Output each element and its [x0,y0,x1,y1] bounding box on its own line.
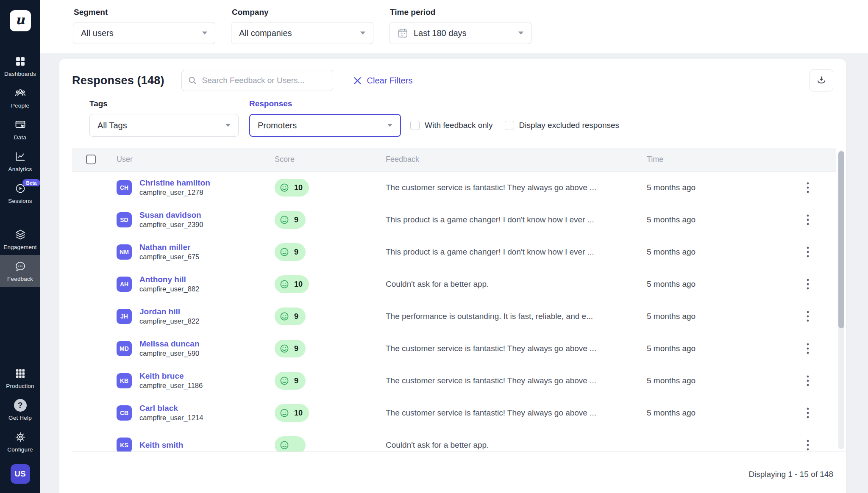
score-value: 10 [294,409,303,418]
kebab-icon [807,407,809,418]
sidebar-item-people[interactable]: People [0,82,40,114]
chevron-down-icon [518,31,523,35]
user-name-link[interactable]: Susan davidson [139,210,203,220]
column-header-score: Score [275,155,386,164]
company-label: Company [232,8,373,17]
sidebar-item-configure[interactable]: Configure [0,426,40,457]
column-header-feedback: Feedback [386,155,647,164]
row-menu-button[interactable] [801,276,815,293]
feedback-text: The customer service is fantastic! They … [386,376,647,385]
sidebar-item-sessions[interactable]: Beta Sessions [0,177,40,209]
sidebar-item-label: Get Help [8,415,32,421]
user-name-link[interactable]: Keith bruce [139,371,203,381]
row-menu-button[interactable] [801,308,815,325]
time-period-filter-group: Time period Last 180 days [389,5,531,53]
search-icon [187,75,198,86]
checkbox[interactable] [505,121,514,130]
table-row: CBCarl blackcampfire_user_121410The cust… [72,397,846,429]
sidebar: u Dashboards People Data [0,0,40,493]
table-row: KBKeith brucecampfire_user_11869The cust… [72,365,846,397]
sidebar-item-label: Analytics [8,166,32,172]
avatar: CH [117,180,132,195]
sidebar-item-data[interactable]: Data [0,114,40,145]
feedback-text: The customer service is fantastic! They … [386,183,647,192]
table-row: JHJordan hillcampfire_user_8229The perfo… [72,300,846,332]
search-input[interactable] [181,70,333,91]
time-period-select[interactable]: Last 180 days [389,22,531,44]
row-menu-button[interactable] [801,437,815,452]
dashboards-grid-icon [14,55,27,68]
user-name-link[interactable]: Nathan miller [139,242,199,252]
feedback-text: The customer service is fantastic! They … [386,408,647,418]
sidebar-item-label: Engagement [3,244,37,250]
chevron-down-icon [225,124,231,127]
row-menu-button[interactable] [801,372,815,389]
avatar: AH [117,277,132,292]
kebab-icon [807,375,809,386]
with-feedback-only-checkbox[interactable]: With feedback only [410,121,493,130]
line-chart-icon [14,150,27,163]
user-name-link[interactable]: Anthony hill [139,274,199,285]
score-badge: 9 [275,307,306,325]
sidebar-item-label: Feedback [7,276,33,282]
kebab-icon [807,311,809,322]
score-badge: 9 [275,340,306,357]
response-time: 5 months ago [647,183,774,192]
row-menu-button[interactable] [801,340,815,357]
user-name-link[interactable]: Carl black [139,403,203,413]
responses-value: Promoters [258,121,387,130]
score-value: 9 [294,344,299,353]
response-time: 5 months ago [647,408,774,418]
row-menu-button[interactable] [801,404,815,421]
score-value: 10 [294,183,303,192]
score-value: 9 [294,248,299,257]
score-badge: 10 [275,404,309,422]
scrollbar-thumb[interactable] [838,151,844,328]
card-header: Responses (148) Clear Filters [59,59,846,94]
sidebar-item-feedback[interactable]: Feedback [0,255,40,287]
checkbox[interactable] [410,121,420,130]
sidebar-item-engagement[interactable]: Engagement [0,223,40,255]
app-logo[interactable]: u [10,10,31,31]
response-time: 5 months ago [647,247,774,257]
download-button[interactable] [810,69,833,91]
score-badge: 9 [275,211,306,229]
user-name-link[interactable]: Keith smith [139,440,183,450]
sidebar-nav: Dashboards People Data Analytics [0,50,40,287]
user-name-link[interactable]: Melissa duncan [139,339,200,349]
sidebar-item-dashboards[interactable]: Dashboards [0,50,40,82]
tags-select[interactable]: All Tags [89,114,239,137]
row-menu-button[interactable] [801,211,815,228]
responses-filter-group: Responses Promoters [249,99,401,137]
score-value: 9 [294,216,299,224]
chevron-down-icon [202,31,207,35]
avatar: SD [117,212,132,227]
kebab-icon [807,246,809,258]
sidebar-item-analytics[interactable]: Analytics [0,145,40,177]
smiley-icon [278,246,290,258]
display-excluded-checkbox[interactable]: Display excluded responses [505,121,620,130]
table-scrollbar[interactable] [838,150,844,449]
user-name-link[interactable]: Christine hamilton [139,178,210,188]
select-all-checkbox[interactable] [86,155,96,164]
user-name-link[interactable]: Jordan hill [139,307,199,317]
table-row: NMNathan millercampfire_user_6759This pr… [72,236,846,268]
score-value: 10 [294,280,303,289]
tags-value: All Tags [97,121,225,130]
time-period-label: Time period [390,8,531,17]
responses-select[interactable]: Promoters [249,114,401,137]
sidebar-item-get-help[interactable]: ? Get Help [0,394,40,426]
row-menu-button[interactable] [801,244,815,260]
clear-filters-button[interactable]: Clear Filters [353,76,413,86]
table-row: AHAnthony hillcampfire_user_88210Couldn'… [72,268,846,300]
smiley-icon [278,407,290,419]
sidebar-item-label: People [11,102,29,109]
company-select[interactable]: All companies [231,22,373,44]
segment-select[interactable]: All users [73,22,215,44]
secondary-filters: Tags All Tags Responses Promoters [59,94,846,137]
avatar: MD [117,341,132,356]
row-menu-button[interactable] [801,179,815,196]
sidebar-item-production[interactable]: Production [0,362,40,394]
user-avatar[interactable]: US [11,464,30,484]
score-badge [275,436,306,452]
